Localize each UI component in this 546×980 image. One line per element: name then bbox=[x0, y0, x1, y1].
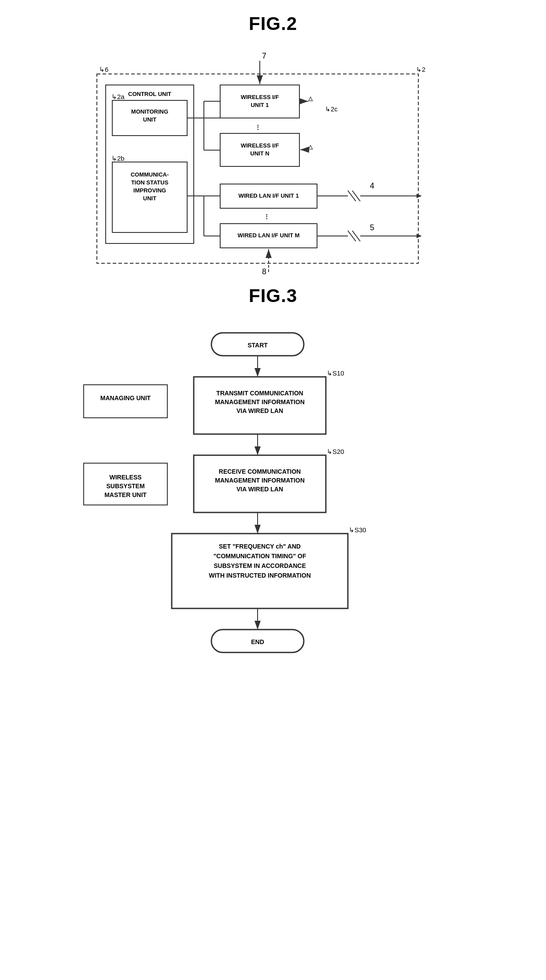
svg-text:⋮: ⋮ bbox=[255, 124, 261, 130]
svg-text:△: △ bbox=[308, 95, 313, 102]
svg-marker-48 bbox=[417, 194, 422, 198]
svg-text:SUBSYSTEM: SUBSYSTEM bbox=[106, 483, 144, 490]
svg-text:WIRELESS I/F: WIRELESS I/F bbox=[241, 142, 279, 149]
svg-marker-54 bbox=[417, 234, 422, 238]
svg-text:WITH INSTRUCTED INFORMATION: WITH INSTRUCTED INFORMATION bbox=[209, 572, 311, 579]
svg-rect-68 bbox=[194, 455, 326, 512]
svg-text:SUBSYSTEM IN ACCORDANCE: SUBSYSTEM IN ACCORDANCE bbox=[214, 562, 306, 569]
svg-text:4: 4 bbox=[370, 181, 374, 190]
svg-text:MONITORING: MONITORING bbox=[131, 108, 168, 115]
svg-text:△: △ bbox=[308, 144, 313, 150]
svg-text:SET "FREQUENCY ch" AND: SET "FREQUENCY ch" AND bbox=[219, 543, 301, 550]
svg-line-52 bbox=[352, 231, 360, 241]
svg-text:CONTROL UNIT: CONTROL UNIT bbox=[128, 91, 171, 97]
svg-text:UNIT: UNIT bbox=[143, 195, 156, 202]
fig2-diagram: text { font-family: Arial, Helvetica, sa… bbox=[84, 48, 462, 276]
svg-text:"COMMUNICATION TIMING" OF: "COMMUNICATION TIMING" OF bbox=[214, 553, 306, 560]
svg-text:START: START bbox=[247, 342, 268, 349]
svg-text:RECEIVE COMMUNICATION: RECEIVE COMMUNICATION bbox=[219, 468, 301, 475]
svg-text:TRANSMIT COMMUNICATION: TRANSMIT COMMUNICATION bbox=[216, 390, 303, 397]
svg-text:UNIT N: UNIT N bbox=[250, 150, 269, 157]
svg-text:↳6: ↳6 bbox=[99, 66, 108, 73]
svg-text:MANAGEMENT INFORMATION: MANAGEMENT INFORMATION bbox=[215, 477, 305, 484]
svg-line-46 bbox=[352, 191, 360, 201]
svg-text:VIA WIRED LAN: VIA WIRED LAN bbox=[236, 486, 283, 493]
svg-text:↳S10: ↳S10 bbox=[327, 369, 344, 377]
svg-line-45 bbox=[348, 191, 356, 201]
svg-text:MANAGING UNIT: MANAGING UNIT bbox=[100, 394, 151, 402]
svg-text:WIRED LAN I/F UNIT 1: WIRED LAN I/F UNIT 1 bbox=[238, 192, 299, 199]
svg-text:WIRED LAN I/F UNIT M: WIRED LAN I/F UNIT M bbox=[238, 232, 300, 239]
svg-text:8: 8 bbox=[262, 267, 266, 276]
svg-text:UNIT: UNIT bbox=[143, 116, 156, 123]
svg-text:END: END bbox=[251, 638, 264, 645]
fig3-diagram: text.flow { font-family: Arial, Helvetic… bbox=[75, 320, 471, 716]
svg-text:MANAGEMENT INFORMATION: MANAGEMENT INFORMATION bbox=[215, 398, 305, 405]
svg-text:WIRELESS I/F: WIRELESS I/F bbox=[241, 94, 279, 100]
svg-text:IMPROVING: IMPROVING bbox=[133, 187, 166, 194]
svg-text:↳S30: ↳S30 bbox=[349, 526, 366, 534]
fig2-title: FIG.2 bbox=[249, 13, 297, 34]
svg-text:COMMUNICA-: COMMUNICA- bbox=[131, 171, 169, 178]
svg-text:7: 7 bbox=[262, 52, 266, 60]
svg-text:5: 5 bbox=[370, 223, 374, 232]
svg-text:⋮: ⋮ bbox=[264, 213, 269, 220]
svg-text:↳S20: ↳S20 bbox=[327, 448, 344, 455]
svg-text:↳2c: ↳2c bbox=[325, 105, 338, 113]
svg-text:↳2: ↳2 bbox=[416, 66, 425, 73]
svg-line-51 bbox=[348, 231, 356, 241]
svg-text:↳2a: ↳2a bbox=[111, 93, 125, 100]
fig3-title: FIG.3 bbox=[249, 285, 297, 306]
svg-text:UNIT 1: UNIT 1 bbox=[251, 102, 269, 108]
svg-text:↳2b: ↳2b bbox=[111, 155, 125, 162]
svg-text:VIA WIRED LAN: VIA WIRED LAN bbox=[236, 407, 283, 414]
svg-text:TION STATUS: TION STATUS bbox=[131, 179, 169, 186]
svg-text:MASTER UNIT: MASTER UNIT bbox=[104, 491, 147, 498]
svg-rect-62 bbox=[194, 377, 326, 434]
svg-text:WIRELESS: WIRELESS bbox=[109, 474, 141, 481]
